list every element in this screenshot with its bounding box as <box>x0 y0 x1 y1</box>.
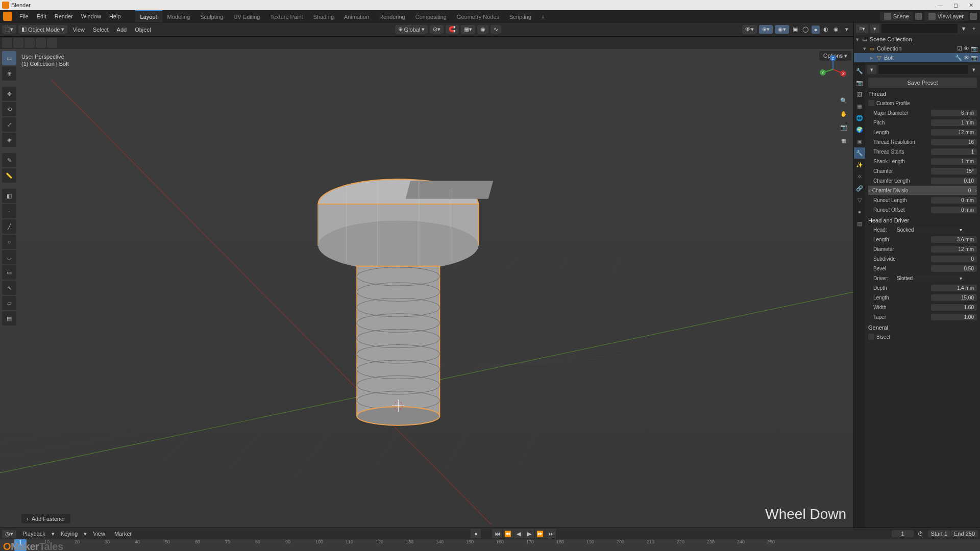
vp-menu-object[interactable]: Object <box>132 26 154 34</box>
properties-editor-type[interactable]: ▾ <box>867 65 876 74</box>
last-operator[interactable]: › Add Fastener <box>21 514 70 523</box>
tool-cad-arc[interactable]: ◡ <box>2 250 16 264</box>
head-length-input[interactable]: 3.6 mm <box>931 236 977 243</box>
shading-options[interactable]: ▾ <box>842 25 851 34</box>
prop-tab-output[interactable]: 🖼 <box>854 89 865 100</box>
shank-length-input[interactable]: 1 mm <box>931 158 977 165</box>
tool-cad-curve[interactable]: ∿ <box>2 281 16 295</box>
prop-tab-mesh[interactable]: ▽ <box>854 194 865 206</box>
viewport-3d[interactable]: ▭ ⊕ ✥ ⟲ ⤢ ◈ ✎ 📏 ◧ · ╱ ○ ◡ ▭ ∿ ▱ ▤ <box>0 49 853 528</box>
ws-tab-animation[interactable]: Animation <box>339 10 374 22</box>
shading-matprev[interactable]: ◐ <box>822 26 830 34</box>
outliner-scene-collection[interactable]: ▾ ▭ Scene Collection <box>854 35 980 44</box>
driver-type-dropdown[interactable]: Slotted▾ <box>894 275 965 282</box>
prop-tab-constraints[interactable]: 🔗 <box>854 183 865 194</box>
blender-icon[interactable] <box>3 12 12 21</box>
prop-tab-modifier[interactable]: 🔧 <box>854 147 865 159</box>
tool-cad-line[interactable]: ╱ <box>2 219 16 234</box>
outliner-search[interactable] <box>881 24 958 33</box>
outliner-editor-type[interactable]: ≡▾ <box>856 24 868 33</box>
tl-menu-keying[interactable]: Keying <box>58 530 81 538</box>
prop-tab-texture[interactable]: ▨ <box>854 218 865 229</box>
keyframe-next-button[interactable]: ⏩ <box>535 529 545 538</box>
zoom-icon[interactable]: 🔍 <box>838 95 849 106</box>
menu-file[interactable]: File <box>15 10 33 22</box>
tool-settings-5[interactable] <box>47 38 57 48</box>
vp-menu-add[interactable]: Add <box>114 26 130 34</box>
exclude-icon[interactable]: ☑ <box>957 45 962 52</box>
tool-settings-2[interactable] <box>13 38 23 48</box>
outliner-item-bolt[interactable]: ▸ ▽ Bolt 🔧 👁📷 <box>854 53 980 62</box>
tl-menu-marker[interactable]: Marker <box>111 530 135 538</box>
mode-selector[interactable]: ◧Object Mode▾ <box>18 25 67 34</box>
eye-icon[interactable]: 👁 <box>964 45 969 52</box>
orientation-selector[interactable]: ⊕ Global ▾ <box>395 25 428 34</box>
shading-solid[interactable]: ● <box>812 26 820 34</box>
prop-tab-tool[interactable]: 🔧 <box>854 65 865 77</box>
driver-width-input[interactable]: 1.60 <box>931 304 977 311</box>
pan-icon[interactable]: ✋ <box>838 108 849 119</box>
driver-depth-input[interactable]: 1.4 mm <box>931 285 977 291</box>
prop-tab-viewlayer[interactable]: ▦ <box>854 101 865 112</box>
tool-select-box[interactable]: ▭ <box>2 51 16 65</box>
snap-element[interactable]: ▦▾ <box>461 25 475 34</box>
start-frame-input[interactable]: Start 1 <box>928 530 950 537</box>
camera-icon[interactable]: 📷 <box>971 45 978 52</box>
keyframe-prev-button[interactable]: ⏪ <box>503 529 513 538</box>
runout-length-input[interactable]: 0 mm <box>931 197 977 204</box>
ws-tab-texturepaint[interactable]: Texture Paint <box>265 10 308 22</box>
driver-taper-input[interactable]: 1.00 <box>931 314 977 320</box>
chamfer-length-input[interactable]: 0.10 <box>931 178 977 184</box>
outliner-new-collection[interactable]: + <box>970 24 978 33</box>
ws-tab-layout[interactable]: Layout <box>135 10 162 22</box>
tool-add-cube[interactable]: ◧ <box>2 189 16 203</box>
thread-resolution-input[interactable]: 16 <box>931 139 977 145</box>
jump-start-button[interactable]: ⏮ <box>492 529 502 538</box>
major-diameter-input[interactable]: 6 mm <box>931 110 977 116</box>
tool-annotate[interactable]: ✎ <box>2 153 16 167</box>
menu-window[interactable]: Window <box>77 10 105 22</box>
ws-tab-compositing[interactable]: Compositing <box>410 10 452 22</box>
eye-icon[interactable]: 👁 <box>964 55 969 61</box>
properties-search[interactable] <box>878 65 968 74</box>
prop-tab-physics[interactable]: ⚛ <box>854 171 865 182</box>
bisect-checkbox[interactable] <box>868 334 874 340</box>
end-frame-input[interactable]: End 250 <box>951 530 978 537</box>
ws-tab-scripting[interactable]: Scripting <box>504 10 536 22</box>
minimize-button[interactable]: — <box>933 1 947 9</box>
viewlayer-selector[interactable]: ViewLayer <box>924 12 968 21</box>
tool-rotate[interactable]: ⟲ <box>2 102 16 116</box>
head-type-dropdown[interactable]: Socked▾ <box>894 227 965 233</box>
menu-edit[interactable]: Edit <box>33 10 51 22</box>
xray-toggle[interactable]: ▣ <box>791 26 799 34</box>
maximize-button[interactable]: ◻ <box>948 1 963 9</box>
tool-cad-circle[interactable]: ○ <box>2 235 16 249</box>
prop-tab-world[interactable]: 🌍 <box>854 124 865 135</box>
save-preset-button[interactable]: Save Preset <box>868 78 977 88</box>
tool-cursor[interactable]: ⊕ <box>2 66 16 81</box>
menu-help[interactable]: Help <box>105 10 125 22</box>
overlay-toggle[interactable]: ◉▾ <box>775 25 789 34</box>
pivot-selector[interactable]: ⊙▾ <box>430 25 444 34</box>
outliner-collection[interactable]: ▾ ▭ Collection ☑👁📷 <box>854 44 980 53</box>
close-button[interactable]: ✕ <box>964 1 978 9</box>
scene-browse-icon[interactable] <box>915 13 922 20</box>
tool-move[interactable]: ✥ <box>2 87 16 101</box>
play-reverse-button[interactable]: ◀ <box>513 529 524 538</box>
chevron-right-icon[interactable]: › <box>975 187 977 193</box>
perspective-toggle-icon[interactable]: ▦ <box>838 135 849 146</box>
snap-toggle[interactable]: 🧲 <box>446 25 459 34</box>
preview-range-icon[interactable]: ⏱ <box>917 530 925 538</box>
prop-tab-object[interactable]: ▣ <box>854 136 865 147</box>
jump-end-button[interactable]: ⏭ <box>546 529 556 538</box>
tool-measure[interactable]: 📏 <box>2 168 16 183</box>
chamfer-divisions-input[interactable]: 0 <box>928 187 974 194</box>
proportional-edit[interactable]: ◉ <box>477 25 488 34</box>
tool-settings-1[interactable] <box>2 38 12 48</box>
pitch-input[interactable]: 1 mm <box>931 119 977 126</box>
disclosure-icon[interactable]: ▾ <box>863 45 868 52</box>
prop-tab-material[interactable]: ● <box>854 206 865 217</box>
vp-menu-view[interactable]: View <box>69 26 88 34</box>
ws-tab-modeling[interactable]: Modeling <box>162 10 195 22</box>
thread-starts-input[interactable]: 1 <box>931 148 977 155</box>
